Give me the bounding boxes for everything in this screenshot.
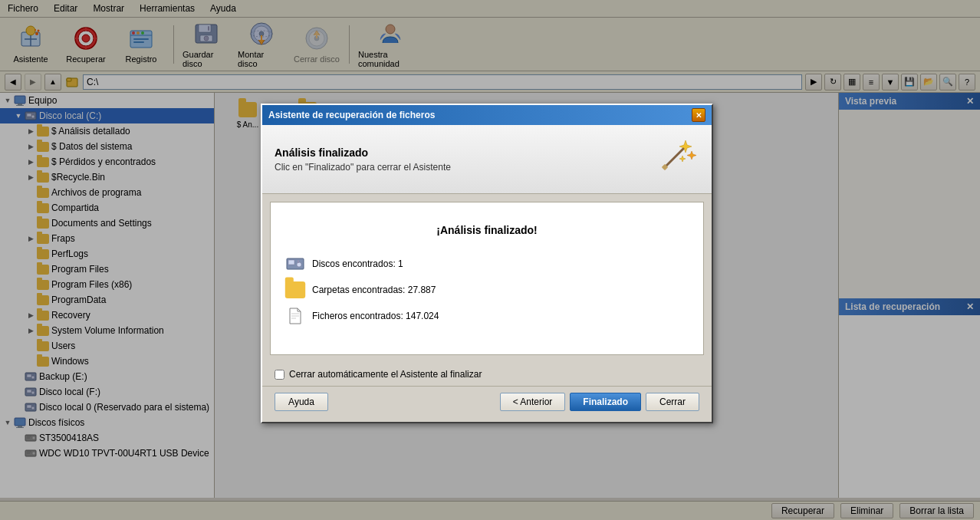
modal-close-button[interactable]: ✕ bbox=[692, 108, 705, 122]
modal-footer-buttons: Ayuda < Anterior Finalizado Cerrar bbox=[262, 386, 712, 422]
modal-header-section: Análisis finalizado Clic en "Finalizado"… bbox=[262, 125, 712, 194]
stats-row-ficheros: Ficheros encontrados: 147.024 bbox=[286, 307, 688, 325]
svg-marker-69 bbox=[679, 156, 686, 162]
modal-body: ¡Análisis finalizado! Discos encontrados… bbox=[270, 202, 704, 355]
folder-stat-icon bbox=[285, 281, 305, 298]
analysis-done-title: ¡Análisis finalizado! bbox=[286, 224, 688, 236]
modal-header-subtitle: Clic en "Finalizado" para cerrar el Asis… bbox=[275, 162, 451, 173]
svg-marker-68 bbox=[687, 151, 696, 160]
modal-prev-button[interactable]: < Anterior bbox=[500, 393, 566, 411]
modal-header-title: Análisis finalizado bbox=[275, 146, 451, 159]
modal-titlebar: Asistente de recuperación de ficheros ✕ bbox=[262, 105, 712, 125]
carpetas-stat-text: Carpetas encontradas: 27.887 bbox=[312, 285, 436, 295]
svg-rect-71 bbox=[288, 260, 294, 265]
wizard-icon bbox=[653, 133, 699, 186]
modal-overlay: Asistente de recuperación de ficheros ✕ … bbox=[0, 0, 980, 520]
discos-stat-icon bbox=[286, 255, 304, 273]
modal-dialog: Asistente de recuperación de ficheros ✕ … bbox=[261, 104, 713, 423]
stats-row-discos: Discos encontrados: 1 bbox=[286, 255, 688, 273]
modal-close-dialog-button[interactable]: Cerrar bbox=[646, 393, 699, 411]
modal-header-text: Análisis finalizado Clic en "Finalizado"… bbox=[275, 146, 451, 173]
svg-line-65 bbox=[665, 148, 684, 167]
ficheros-stat-icon bbox=[286, 307, 304, 325]
modal-title: Asistente de recuperación de ficheros bbox=[268, 110, 435, 120]
stats-section: Discos encontrados: 1 Carpetas encontrad… bbox=[286, 255, 688, 325]
svg-point-72 bbox=[297, 262, 301, 267]
discos-stat-text: Discos encontrados: 1 bbox=[312, 258, 403, 269]
carpetas-stat-icon bbox=[286, 281, 304, 299]
modal-footer-options: Cerrar automáticamente el Asistente al f… bbox=[262, 363, 712, 386]
stats-row-carpetas: Carpetas encontradas: 27.887 bbox=[286, 281, 688, 299]
modal-right-buttons: < Anterior Finalizado Cerrar bbox=[500, 393, 699, 411]
svg-rect-73 bbox=[298, 260, 299, 263]
checkbox-wrapper: Cerrar automáticamente el Asistente al f… bbox=[275, 369, 482, 380]
modal-help-button[interactable]: Ayuda bbox=[275, 393, 328, 411]
ficheros-stat-text: Ficheros encontrados: 147.024 bbox=[312, 311, 439, 321]
modal-finish-button[interactable]: Finalizado bbox=[570, 393, 641, 411]
auto-close-label: Cerrar automáticamente el Asistente al f… bbox=[289, 369, 482, 380]
auto-close-checkbox[interactable] bbox=[275, 370, 284, 380]
